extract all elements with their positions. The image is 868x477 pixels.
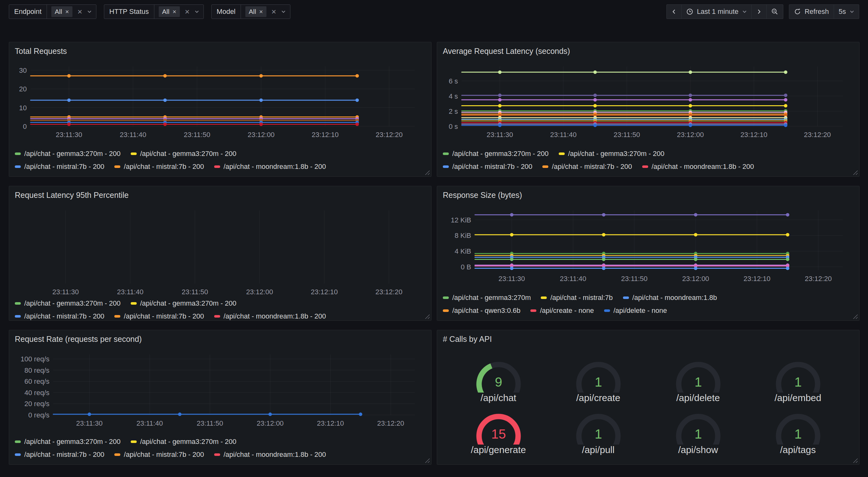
panel-resize-handle[interactable] <box>853 458 858 463</box>
legend-item[interactable]: /api/chat - moondream:1.8b - 200 <box>642 162 754 171</box>
panel-resize-handle[interactable] <box>853 171 858 175</box>
legend-row: /api/chat - mistral:7b - 200/api/chat - … <box>15 450 426 459</box>
chevron-down-icon[interactable] <box>195 10 199 13</box>
time-forward-button[interactable] <box>751 5 766 19</box>
legend-item[interactable]: /api/chat - moondream:1.8b - 200 <box>214 312 326 320</box>
legend-item[interactable]: /api/chat - mistral:7b <box>541 294 613 302</box>
gauge-value: 1 <box>694 375 702 389</box>
remove-chip-icon[interactable]: × <box>65 8 69 15</box>
panel-resize-handle[interactable] <box>425 458 430 463</box>
panel-title[interactable]: Response Size (bytes) <box>443 190 854 200</box>
filter-endpoint[interactable]: EndpointAll×× <box>9 4 96 19</box>
legend-item[interactable]: /api/chat - mistral:7b - 200 <box>114 162 204 171</box>
refresh-interval-picker[interactable]: 5s <box>834 5 859 19</box>
panel-title[interactable]: Average Request Latency (seconds) <box>443 47 854 56</box>
panel-title[interactable]: # Calls by API <box>443 335 854 344</box>
filter-chip[interactable]: All× <box>51 6 72 17</box>
legend-item[interactable]: /api/chat - gemma3:270m <box>443 294 531 302</box>
y-axis-tick-label: 0 <box>23 123 27 130</box>
legend-item[interactable]: /api/chat - moondream:1.8b <box>623 294 717 302</box>
filter-model[interactable]: ModelAll×× <box>211 4 290 19</box>
legend-label: /api/chat - mistral:7b - 200 <box>124 312 204 320</box>
y-axis-tick-label: 0 B <box>461 263 471 271</box>
x-axis-tick-label: 23:12:20 <box>805 275 832 282</box>
chart-area[interactable]: 23:11:3023:11:4023:11:5023:12:0023:12:10… <box>442 62 854 141</box>
panel-title[interactable]: Total Requests <box>15 47 426 56</box>
legend-label: /api/chat - mistral:7b - 200 <box>124 162 204 171</box>
y-axis-tick-label: 8 KiB <box>455 232 471 239</box>
x-axis-tick-label: 23:12:20 <box>376 131 403 139</box>
legend-item[interactable]: /api/chat - gemma3:270m - 200 <box>443 150 549 158</box>
legend-item[interactable]: /api/chat - gemma3:270m - 200 <box>131 299 237 307</box>
legend-item[interactable]: /api/chat - gemma3:270m - 200 <box>15 438 121 446</box>
timeseries-plot[interactable]: 23:11:3023:11:4023:11:5023:12:0023:12:10… <box>14 350 426 429</box>
gauge-arc: 1 <box>668 353 728 393</box>
legend-label: /api/chat - gemma3:270m - 200 <box>452 150 549 158</box>
panel-resize-handle[interactable] <box>425 315 430 319</box>
chevron-down-icon[interactable] <box>281 10 286 13</box>
panel-resize-handle[interactable] <box>853 315 858 319</box>
legend-item[interactable]: /api/delete - none <box>604 306 667 315</box>
chart-area[interactable]: 23:11:3023:11:4023:11:5023:12:0023:12:10… <box>14 350 426 429</box>
legend-item[interactable]: /api/chat - gemma3:270m - 200 <box>131 438 237 446</box>
chart-area[interactable]: 23:11:3023:11:4023:11:5023:12:0023:12:10… <box>14 206 426 298</box>
gauge-value: 9 <box>495 375 502 389</box>
y-axis-tick-label: 12 KiB <box>451 216 471 224</box>
time-range-picker[interactable]: Last 1 minute <box>681 5 751 19</box>
x-axis-tick-label: 23:11:40 <box>550 131 577 139</box>
clear-filter-icon[interactable]: × <box>185 7 190 16</box>
time-back-button[interactable] <box>667 5 681 19</box>
zoom-out-button[interactable] <box>766 5 783 19</box>
x-axis-tick-label: 23:11:30 <box>499 275 525 282</box>
chart-area[interactable]: 23:11:3023:11:4023:11:5023:12:0023:12:10… <box>14 62 426 141</box>
filter-chip[interactable]: All× <box>159 6 180 17</box>
legend-item[interactable]: /api/chat - mistral:7b - 200 <box>443 162 532 171</box>
legend-item[interactable]: /api/chat - mistral:7b - 200 <box>542 162 632 171</box>
legend-item[interactable]: /api/chat - mistral:7b - 200 <box>114 312 204 320</box>
clear-filter-icon[interactable]: × <box>78 7 82 16</box>
timeseries-plot[interactable]: 23:11:3023:11:4023:11:5023:12:0023:12:10… <box>442 62 854 141</box>
y-axis-tick-label: 60 req/s <box>25 378 50 385</box>
gauge-arc: 9 <box>469 353 528 393</box>
gauge-api-chat: 9/api/chat <box>469 353 528 403</box>
legend-item[interactable]: /api/chat - mistral:7b - 200 <box>15 312 104 320</box>
panel-title[interactable]: Request Rate (requests per second) <box>15 335 426 344</box>
clock-icon <box>686 8 693 15</box>
legend-label: /api/chat - moondream:1.8b - 200 <box>224 450 326 459</box>
panel-title[interactable]: Request Latency 95th Percentile <box>15 190 426 200</box>
x-axis-tick-label: 23:11:50 <box>184 131 210 139</box>
legend-item[interactable]: /api/chat - moondream:1.8b - 200 <box>214 162 326 171</box>
remove-chip-icon[interactable]: × <box>259 8 263 15</box>
legend-item[interactable]: /api/chat - mistral:7b - 200 <box>15 162 104 171</box>
y-axis-tick-label: 100 req/s <box>21 355 50 363</box>
legend-item[interactable]: /api/chat - gemma3:270m - 200 <box>15 299 121 307</box>
legend-label: /api/chat - mistral:7b - 200 <box>452 162 532 171</box>
legend-marker <box>214 166 220 168</box>
chart-area[interactable]: 23:11:3023:11:4023:11:5023:12:0023:12:10… <box>442 206 854 285</box>
refresh-button[interactable]: Refresh <box>789 5 834 19</box>
legend-item[interactable]: /api/chat - qwen3:0.6b <box>443 306 520 315</box>
legend-label: /api/chat - mistral:7b - 200 <box>24 312 104 320</box>
timeseries-plot[interactable]: 23:11:3023:11:4023:11:5023:12:0023:12:10… <box>442 206 854 285</box>
chevron-down-icon[interactable] <box>87 10 92 13</box>
filter-http-status[interactable]: HTTP StatusAll×× <box>104 4 204 19</box>
gauge-api-create: 1/api/create <box>568 353 628 403</box>
legend-item[interactable]: /api/chat - moondream:1.8b - 200 <box>214 450 326 459</box>
legend-item[interactable]: /api/chat - gemma3:270m - 200 <box>15 150 121 158</box>
x-axis-tick-label: 23:11:40 <box>117 288 144 296</box>
remove-chip-icon[interactable]: × <box>173 8 176 15</box>
legend-item[interactable]: /api/chat - gemma3:270m - 200 <box>559 150 664 158</box>
y-axis-tick-label: 20 req/s <box>25 400 50 408</box>
timeseries-plot[interactable]: 23:11:3023:11:4023:11:5023:12:0023:12:10… <box>14 62 426 141</box>
filter-label: Endpoint <box>9 5 47 19</box>
legend-item[interactable]: /api/chat - gemma3:270m - 200 <box>131 150 237 158</box>
panel-resize-handle[interactable] <box>425 171 430 175</box>
legend-item[interactable]: /api/chat - mistral:7b - 200 <box>15 450 104 459</box>
legend-item[interactable]: /api/chat - mistral:7b - 200 <box>114 450 204 459</box>
clear-filter-icon[interactable]: × <box>272 7 276 16</box>
timeseries-plot[interactable]: 23:11:3023:11:4023:11:5023:12:0023:12:10… <box>14 206 426 298</box>
dashboard-grid: Total Requests23:11:3023:11:4023:11:5023… <box>9 42 859 465</box>
filter-chip[interactable]: All× <box>245 6 267 17</box>
legend-item[interactable]: /api/create - none <box>530 306 594 315</box>
legend-marker <box>542 166 548 168</box>
